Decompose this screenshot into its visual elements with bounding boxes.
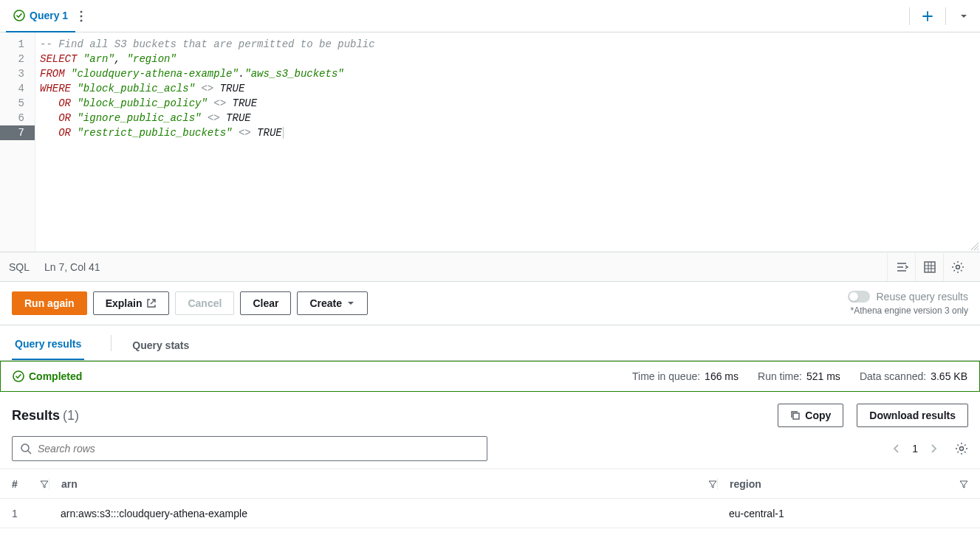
explain-button[interactable]: Explain	[93, 291, 170, 315]
filter-icon	[959, 480, 968, 488]
resize-handle[interactable]	[971, 243, 979, 250]
caret-down-icon	[346, 299, 355, 308]
filter-icon	[40, 480, 49, 488]
chevron-right-icon	[930, 443, 937, 454]
column-filter-button[interactable]	[959, 480, 968, 488]
engine-version-note: *Athena engine version 3 only	[848, 305, 968, 316]
column-header-arn: arn	[61, 478, 78, 490]
results-header: Results (1) Copy Download results	[0, 392, 980, 433]
code-keyword: FROM	[40, 68, 65, 80]
column-filter-button[interactable]	[708, 480, 717, 488]
run-again-button[interactable]: Run again	[12, 291, 87, 315]
column-header-index: #	[12, 478, 18, 490]
table-settings-button[interactable]	[955, 442, 968, 455]
tab-bar-actions	[902, 6, 974, 27]
code-op: <>	[213, 97, 226, 109]
metric-value: 3.65 KB	[931, 370, 967, 382]
tab-dropdown-button[interactable]	[953, 6, 974, 27]
code-keyword: OR	[58, 112, 71, 124]
settings-button[interactable]	[943, 253, 971, 281]
code-punct: ,	[114, 53, 127, 65]
action-bar-right: Reuse query results *Athena engine versi…	[848, 291, 968, 316]
svg-rect-4	[925, 262, 935, 272]
action-bar: Run again Explain Cancel Clear Create Re…	[0, 282, 980, 325]
svg-point-3	[80, 19, 83, 21]
tab-menu-button[interactable]	[75, 10, 84, 22]
kebab-icon	[80, 10, 83, 22]
code-op: <>	[239, 127, 251, 139]
code-string: "aws_s3_buckets"	[244, 68, 343, 80]
results-count: (1)	[63, 408, 79, 423]
clear-button[interactable]: Clear	[240, 291, 291, 315]
status-banner: Completed Time in queue:166 ms Run time:…	[0, 361, 980, 392]
download-results-button[interactable]: Download results	[857, 404, 968, 427]
plus-icon	[922, 10, 933, 22]
grid-icon	[923, 260, 936, 274]
tab-query-stats[interactable]: Query stats	[129, 331, 192, 360]
page-next-button[interactable]	[930, 443, 937, 454]
code-keyword: OR	[58, 97, 71, 109]
filter-icon	[708, 480, 717, 488]
cursor-position: Ln 7, Col 41	[44, 261, 100, 273]
new-tab-button[interactable]	[917, 6, 938, 27]
caret-down-icon	[959, 12, 968, 21]
code-keyword: SELECT	[40, 53, 77, 65]
line-number: 5	[0, 96, 35, 111]
code-string: "arn"	[83, 53, 114, 65]
copy-button[interactable]: Copy	[778, 404, 843, 427]
table-row[interactable]: 1 arn:aws:s3:::cloudquery-athena-example…	[0, 499, 980, 528]
metric-label: Time in queue:	[632, 370, 700, 382]
check-circle-icon	[13, 370, 24, 382]
code-string: "restrict_public_buckets"	[77, 127, 232, 139]
code-area[interactable]: -- Find all S3 buckets that are permitte…	[35, 32, 980, 252]
cell-region: eu-central-1	[717, 508, 968, 519]
code-op: <>	[208, 112, 220, 124]
format-button[interactable]	[915, 253, 943, 281]
svg-point-2	[80, 15, 83, 17]
indent-button[interactable]	[887, 253, 915, 281]
tab-query1[interactable]: Query 1	[6, 0, 75, 32]
svg-point-5	[956, 265, 959, 269]
copy-icon	[790, 410, 801, 421]
column-filter-button[interactable]	[40, 480, 49, 488]
code-keyword: OR	[58, 127, 71, 139]
results-toolbar: 1	[0, 433, 980, 469]
search-input[interactable]	[38, 443, 479, 455]
reuse-results-toggle[interactable]	[848, 291, 870, 303]
external-link-icon	[146, 298, 157, 308]
query-metrics: Time in queue:166 ms Run time:521 ms Dat…	[632, 370, 967, 382]
cancel-button: Cancel	[175, 291, 234, 315]
line-number: 3	[0, 66, 35, 81]
gear-icon	[951, 260, 964, 274]
cell-index: 1	[12, 508, 49, 519]
tab-query-results[interactable]: Query results	[12, 329, 84, 360]
resize-icon	[971, 243, 979, 250]
code-op: <>	[201, 83, 213, 94]
search-rows-input[interactable]	[12, 436, 487, 461]
copy-label: Copy	[805, 410, 831, 421]
table-header: # arn region	[0, 469, 980, 499]
line-number: 2	[0, 52, 35, 66]
reuse-results-label: Reuse query results	[876, 291, 968, 303]
code-string: "block_public_acls"	[77, 83, 195, 94]
language-label: SQL	[9, 261, 30, 273]
page-number: 1	[912, 443, 918, 455]
create-button[interactable]: Create	[297, 291, 368, 315]
svg-point-9	[960, 447, 964, 451]
explain-label: Explain	[106, 297, 143, 309]
separator	[945, 7, 946, 25]
results-tab-bar: Query results Query stats	[0, 325, 980, 361]
line-gutter: 1 2 3 4 5 6 7	[0, 32, 35, 252]
code-string: "block_public_policy"	[77, 97, 207, 109]
sql-editor[interactable]: 1 2 3 4 5 6 7 -- Find all S3 buckets tha…	[0, 32, 980, 252]
code-const: TRUE	[226, 112, 251, 124]
indent-icon	[895, 260, 908, 274]
page-prev-button[interactable]	[893, 443, 900, 454]
code-const: TRUE	[257, 127, 282, 139]
line-number-active: 7	[0, 125, 35, 140]
svg-rect-7	[793, 413, 799, 419]
separator	[909, 7, 910, 25]
code-punct: .	[239, 68, 244, 80]
column-header-region: region	[730, 478, 761, 490]
line-number: 4	[0, 81, 35, 96]
